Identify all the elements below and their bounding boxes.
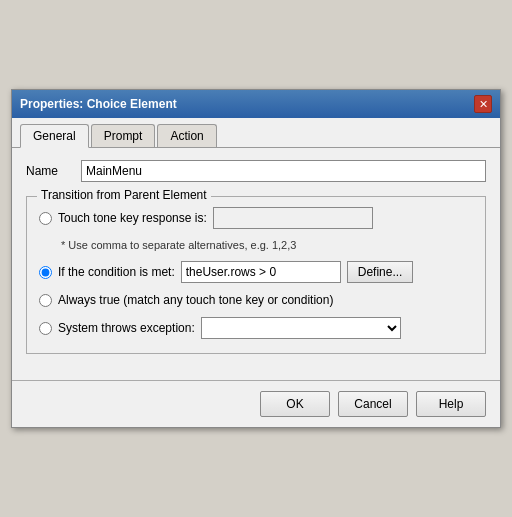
- radio-touchtone[interactable]: [39, 212, 52, 225]
- main-window: Properties: Choice Element ✕ General Pro…: [11, 89, 501, 428]
- transition-group: Transition from Parent Element Touch ton…: [26, 196, 486, 354]
- title-bar: Properties: Choice Element ✕: [12, 90, 500, 118]
- help-button[interactable]: Help: [416, 391, 486, 417]
- radio-always-label: Always true (match any touch tone key or…: [58, 293, 333, 307]
- radio-always[interactable]: [39, 294, 52, 307]
- radio-row-always: Always true (match any touch tone key or…: [39, 293, 473, 307]
- group-legend: Transition from Parent Element: [37, 188, 211, 202]
- hint-text: * Use comma to separate alternatives, e.…: [61, 239, 473, 251]
- radio-row-exception: System throws exception:: [39, 317, 473, 339]
- radio-exception[interactable]: [39, 322, 52, 335]
- name-input[interactable]: [81, 160, 486, 182]
- tab-action[interactable]: Action: [157, 124, 216, 147]
- touchtone-input[interactable]: [213, 207, 373, 229]
- name-field-row: Name: [26, 160, 486, 182]
- radio-exception-label: System throws exception:: [58, 321, 195, 335]
- radio-row-touchtone: Touch tone key response is:: [39, 207, 473, 229]
- radio-condition-label: If the condition is met:: [58, 265, 175, 279]
- radio-condition[interactable]: [39, 266, 52, 279]
- exception-dropdown[interactable]: [201, 317, 401, 339]
- tab-bar: General Prompt Action: [12, 118, 500, 148]
- define-button[interactable]: Define...: [347, 261, 414, 283]
- radio-row-condition: If the condition is met: Define...: [39, 261, 473, 283]
- radio-touchtone-label: Touch tone key response is:: [58, 211, 207, 225]
- ok-button[interactable]: OK: [260, 391, 330, 417]
- close-button[interactable]: ✕: [474, 95, 492, 113]
- cancel-button[interactable]: Cancel: [338, 391, 408, 417]
- window-title: Properties: Choice Element: [20, 97, 177, 111]
- content-area: Name Transition from Parent Element Touc…: [12, 148, 500, 380]
- condition-input[interactable]: [181, 261, 341, 283]
- bottom-bar: OK Cancel Help: [12, 380, 500, 427]
- tab-prompt[interactable]: Prompt: [91, 124, 156, 147]
- name-label: Name: [26, 164, 81, 178]
- tab-general[interactable]: General: [20, 124, 89, 148]
